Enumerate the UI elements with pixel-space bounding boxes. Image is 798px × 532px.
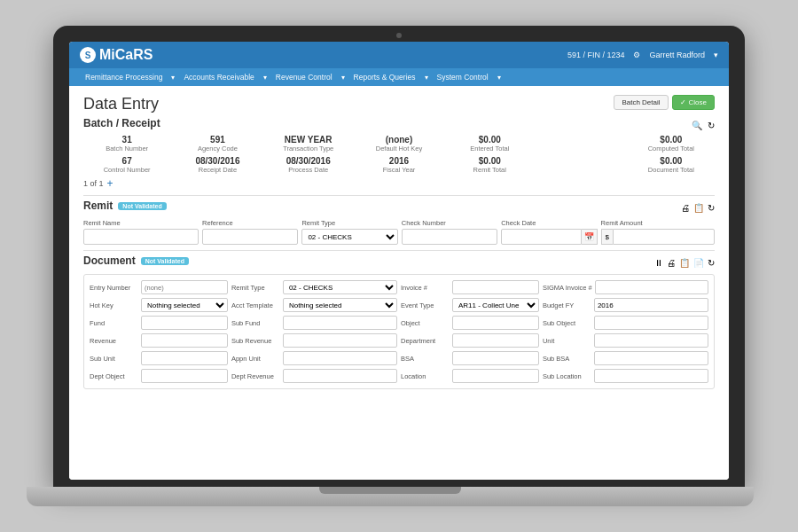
hot-key-select[interactable]: Nothing selected [141,298,228,312]
sub-bsa-input[interactable] [594,351,708,365]
sigma-invoice-label: SIGMA Invoice # [543,284,592,292]
budget-fy-field: Budget FY [543,298,708,312]
check-date-input[interactable] [501,229,581,245]
gear-icon[interactable]: ⚙ [633,51,640,59]
sigma-invoice-input[interactable] [595,280,708,294]
remit-name-input[interactable] [83,229,199,245]
sub-fund-input[interactable] [283,316,397,330]
nav-revenue-control[interactable]: Revenue Control [269,68,340,86]
copy-icon[interactable]: 📋 [693,203,704,213]
nav-system-control[interactable]: System Control [430,68,496,86]
copy-doc-icon[interactable]: 📋 [679,258,690,268]
object-input[interactable] [452,316,539,330]
refresh-icon[interactable]: ↻ [708,121,715,130]
check-date-group: Check Date 📅 [501,219,597,245]
sub-location-label: Sub Location [543,372,591,380]
nav-remittance[interactable]: Remittance Processing [78,68,169,86]
sub-object-input[interactable] [594,316,708,330]
invoice-label: Invoice # [401,284,450,292]
remit-actions: 🖨 📋 ↻ [681,203,715,213]
nav-accounts-receivable[interactable]: Accounts Receivable [176,68,261,86]
paste-icon[interactable]: 📄 [693,258,704,268]
sub-location-input[interactable] [594,369,708,383]
document-section: Document Not Validated ⏸ 🖨 📋 📄 ↻ [83,254,715,389]
remit-type-doc-select[interactable]: 02 - CHECKS [283,280,397,294]
refresh-doc-icon[interactable]: ↻ [708,258,715,268]
fund-input[interactable] [141,316,228,330]
process-date-cell: 08/30/2016 Process Date [265,156,352,174]
check-number-input[interactable] [402,229,497,245]
dept-object-input[interactable] [141,369,228,383]
session-info: 591 / FIN / 1234 [567,51,625,59]
reference-label: Reference [202,219,298,227]
sub-unit-label: Sub Unit [90,355,138,363]
refresh-remit-icon[interactable]: ↻ [708,203,715,213]
sub-revenue-input[interactable] [283,333,397,348]
print-icon[interactable]: 🖨 [681,203,690,213]
print-doc-icon[interactable]: 🖨 [667,258,676,268]
header-right: 591 / FIN / 1234 ⚙ Garrett Radford ▾ [567,51,718,59]
budget-fy-input[interactable] [594,298,708,312]
event-type-select[interactable]: AR11 - Collect Une [452,298,539,312]
sub-fund-label: Sub Fund [231,319,280,327]
unit-input[interactable] [594,333,708,348]
pause-icon[interactable]: ⏸ [654,258,663,268]
batch-info-row1: 31 Batch Number 591 Agency Code NEW YEAR… [83,135,715,153]
unit-field: Unit [543,333,708,348]
department-label: Department [401,337,450,345]
appn-unit-input[interactable] [283,351,397,365]
doc-row-2: Hot Key Nothing selected Acct Template N… [90,298,708,312]
app-logo: S MiCaRS [80,47,153,63]
revenue-label: Revenue [90,337,138,345]
sub-bsa-label: Sub BSA [543,355,591,363]
add-record-button[interactable]: + [107,177,113,190]
calendar-icon[interactable]: 📅 [582,229,598,245]
acct-template-select[interactable]: Nothing selected [283,298,397,312]
check-date-label: Check Date [501,219,597,227]
revenue-input[interactable] [141,333,228,348]
invoice-input[interactable] [452,280,539,294]
check-number-label: Check Number [402,219,497,227]
remit-type-select[interactable]: 02 - CHECKS [301,229,397,245]
document-header: Document Not Validated ⏸ 🖨 📋 📄 ↻ [83,254,715,270]
sub-location-field: Sub Location [543,369,708,383]
fund-label: Fund [90,319,138,327]
location-input[interactable] [452,369,539,383]
main-content: Data Entry Batch Detail ✓ Close Batch / … [69,86,729,480]
batch-receipt-section: Batch / Receipt 🔍 ↻ 31 Batch Number [83,117,715,190]
remit-name-label: Remit Name [83,219,199,227]
hot-key-label: Hot Key [90,301,138,309]
empty-cell-1 [536,135,623,153]
doc-row-3: Fund Sub Fund Object [90,316,708,330]
remit-section: Remit Not Validated 🖨 📋 ↻ Remit Name [83,200,715,245]
department-input[interactable] [452,333,539,348]
event-type-field: Event Type AR11 - Collect Une [401,298,539,312]
remit-type-doc-label: Remit Type [231,284,280,292]
location-label: Location [401,372,450,380]
entry-number-label: Entry Number [90,284,138,292]
nav-reports-queries[interactable]: Reports & Queries [347,68,423,86]
search-icon[interactable]: 🔍 [692,121,702,130]
dept-revenue-field: Dept Revenue [231,369,397,383]
sub-unit-input[interactable] [141,351,228,365]
reference-input[interactable] [202,229,298,245]
fund-field: Fund [90,316,228,330]
remit-amount-input[interactable] [613,229,715,245]
user-menu[interactable]: Garrett Radford [649,51,705,59]
batch-info-row2: 67 Control Number 08/30/2016 Receipt Dat… [83,156,715,174]
budget-fy-label: Budget FY [543,301,591,309]
bsa-label: BSA [401,355,450,363]
computed-total-cell: $0.00 Computed Total [628,135,715,153]
sub-revenue-field: Sub Revenue [231,333,397,348]
batch-receipt-title: Batch / Receipt [83,117,160,129]
bsa-input[interactable] [452,351,539,365]
page-actions: Batch Detail ✓ Close [614,95,715,110]
entry-number-input[interactable] [141,280,228,294]
dept-revenue-input[interactable] [283,369,397,383]
sigma-invoice-field: SIGMA Invoice # [543,280,708,294]
sub-object-field: Sub Object [543,316,708,330]
remit-type-doc-field: Remit Type 02 - CHECKS [231,280,397,294]
batch-detail-button[interactable]: Batch Detail [614,95,668,110]
close-button[interactable]: ✓ Close [672,95,715,110]
doc-row-5: Sub Unit Appn Unit BSA [90,351,708,365]
